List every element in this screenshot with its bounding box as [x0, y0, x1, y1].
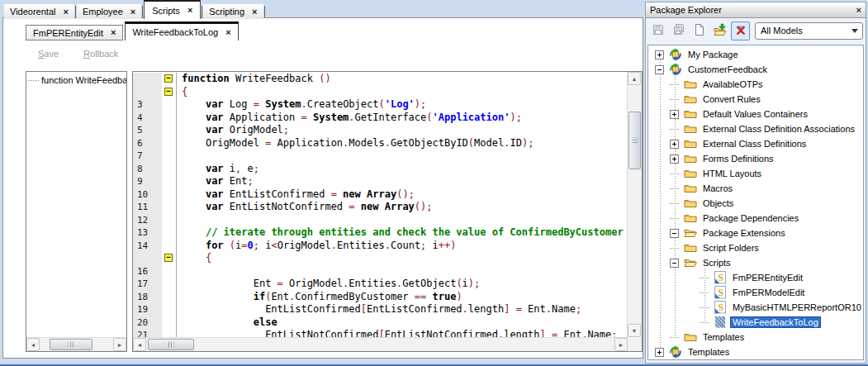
close-tab-icon[interactable]: × [111, 29, 116, 36]
editor-horizontal-scrollbar[interactable]: ◄ ► [133, 337, 628, 351]
outline-item-function[interactable]: function WriteFeedback [26, 72, 126, 85]
code-line[interactable]: 3 var Log = System.CreateObject('Log'); [133, 98, 628, 112]
scrollbar-thumb[interactable] [628, 112, 641, 169]
fold-minus-icon[interactable]: − [164, 254, 173, 262]
code-line[interactable]: 20 else [133, 316, 628, 330]
new-document-button[interactable] [690, 21, 709, 40]
tree-item-forms-definitions[interactable]: Forms Definitions [648, 151, 863, 166]
tab-label: Employee [83, 7, 123, 17]
scroll-right-icon[interactable]: ► [614, 338, 628, 351]
tree-item-script-folders[interactable]: Script Folders [648, 240, 863, 255]
code-line[interactable]: 5 var OrigModel; [133, 124, 628, 137]
expander-plus-icon[interactable] [670, 154, 679, 164]
tree-item-templates[interactable]: Templates [648, 345, 863, 359]
scrollbar-thumb[interactable] [148, 339, 194, 350]
expander-minus-icon[interactable] [670, 259, 679, 268]
filter-disabled-button[interactable] [731, 21, 750, 40]
tree-connector [700, 322, 709, 323]
scroll-left-icon[interactable]: ◄ [26, 338, 40, 351]
tree-item-convert-rules[interactable]: Convert Rules [648, 92, 863, 107]
document-tab-scripting[interactable]: Scripting× [203, 4, 263, 19]
package-explorer-titlebar[interactable]: Package Explorer × [646, 2, 866, 18]
editor-tab-writefeedbacktolog[interactable]: WriteFeedbackToLog× [125, 21, 238, 40]
scroll-up-icon[interactable]: ▲ [628, 72, 641, 85]
expander-plus-icon[interactable] [670, 110, 679, 119]
code-line[interactable]: 7 [133, 150, 628, 163]
code-line[interactable]: 13 // iterate through entities and check… [133, 226, 628, 240]
tree-item-html-layouts[interactable]: HTML Layouts [648, 166, 863, 181]
tree-item-scripts[interactable]: Scripts [648, 255, 863, 270]
code-line[interactable]: 8 var i, e; [133, 163, 628, 176]
code-line[interactable]: − { [133, 252, 628, 265]
tab-label: Scripts [152, 6, 180, 16]
tree-item-default-values-containers[interactable]: Default Values Containers [648, 107, 863, 121]
close-tab-icon[interactable]: × [63, 8, 68, 16]
fold-column [162, 188, 177, 202]
editor-toolbar: Save Rollback [38, 49, 118, 59]
tree-item-availableotps[interactable]: AvailableOTPs [648, 77, 863, 92]
code-line[interactable]: 16 [133, 265, 628, 278]
expander-plus-icon[interactable] [655, 348, 664, 357]
tree-item-templates[interactable]: Templates [648, 330, 863, 345]
tree-item-mybasichtmlperreportor10[interactable]: SMyBasicHTMLPERReportOR10 [648, 300, 863, 315]
close-tab-icon[interactable]: × [187, 7, 192, 14]
expander-plus-icon[interactable] [670, 140, 679, 149]
tree-item-writefeedbacktolog[interactable]: WriteFeedbackToLog [648, 315, 863, 330]
tree-item-my-package[interactable]: My Package [648, 47, 863, 62]
expander-minus-icon[interactable] [655, 65, 664, 74]
editor-vertical-scrollbar[interactable]: ▲ ▼ [627, 72, 642, 337]
document-tab-scripts[interactable]: Scripts× [144, 0, 201, 19]
model-filter-value: All Models [756, 26, 847, 36]
save-button[interactable]: Save [38, 49, 59, 59]
tree-item-external-class-definition-associations[interactable]: External Class Definition Associations [648, 121, 863, 136]
expander-plus-icon[interactable] [655, 50, 664, 59]
code-line[interactable]: 18 if(Ent.ConfirmedByCustomer == true) [133, 291, 628, 304]
code-editor[interactable]: −function WriteFeedback ()−{3 var Log = … [132, 71, 643, 352]
code-line[interactable]: −function WriteFeedback () [133, 73, 628, 86]
open-package-button[interactable] [710, 21, 729, 40]
code-line[interactable]: 11 var EntListNotConfirmed = new Array()… [133, 201, 628, 214]
code-line[interactable]: 19 EntListConfirmed[EntListConfirmed.len… [133, 303, 628, 316]
code-line[interactable]: 21 EntListNotConfirmed[EntListNotConfirm… [133, 329, 628, 337]
folder-icon [684, 122, 697, 135]
fold-column [162, 124, 177, 137]
close-tab-icon[interactable]: × [130, 8, 135, 16]
tree-item-package-extensions[interactable]: Package Extensions [648, 226, 863, 240]
outline-horizontal-scrollbar[interactable]: ◄ ► [26, 337, 126, 351]
code-line[interactable]: 9 var Ent; [133, 175, 628, 188]
code-line[interactable]: 14 for (i=0; i<OrigModel.Entities.Count;… [133, 240, 628, 253]
fold-minus-icon[interactable]: − [164, 88, 173, 96]
document-tab-employee[interactable]: Employee× [77, 4, 141, 19]
code-line[interactable]: −{ [133, 86, 628, 99]
tree-item-objects[interactable]: Objects [648, 196, 863, 211]
scroll-right-icon[interactable]: ► [113, 338, 126, 351]
rollback-button[interactable]: Rollback [83, 49, 118, 59]
tree-item-macros[interactable]: Macros [648, 181, 863, 196]
close-panel-icon[interactable]: × [856, 5, 861, 15]
expander-minus-icon[interactable] [670, 229, 679, 238]
fold-minus-icon[interactable]: − [164, 74, 173, 83]
code-line[interactable]: 12 [133, 214, 628, 227]
scroll-down-icon[interactable]: ▼ [628, 324, 641, 337]
code-line[interactable]: 10 var EntListConfirmed = new Array(); [133, 188, 628, 202]
scrollbar-thumb[interactable] [50, 339, 92, 350]
chevron-down-icon[interactable] [847, 26, 862, 36]
document-tab-videorental[interactable]: Videorental× [4, 4, 74, 19]
tab-label: Videorental [10, 7, 55, 17]
tree-item-label: External Class Definitions [700, 138, 809, 150]
close-tab-icon[interactable]: × [225, 29, 230, 36]
code-line[interactable]: 4 var Application = System.GetInterface(… [133, 112, 628, 125]
tree-item-package-dependencies[interactable]: Package Dependencies [648, 211, 863, 226]
tree-item-fmpermodeledit[interactable]: SFmPERModelEdit [648, 285, 863, 300]
code-line[interactable]: 17 Ent = OrigModel.Entities.GetObject(i)… [133, 278, 628, 291]
editor-tab-fmperentityedit[interactable]: FmPEREntityEdit× [26, 25, 123, 40]
close-tab-icon[interactable]: × [252, 8, 257, 16]
code-line[interactable]: 6 OrigModel = Application.Models.GetObje… [133, 137, 628, 150]
code-area[interactable]: −function WriteFeedback ()−{3 var Log = … [133, 73, 628, 337]
model-filter-dropdown[interactable]: All Models [755, 22, 863, 40]
tree-item-customerfeedback[interactable]: CustomerFeedback [648, 62, 863, 77]
tree-item-fmperentityedit[interactable]: SFmPEREntityEdit [648, 270, 863, 285]
scrollbar-corner [628, 337, 642, 351]
scroll-left-icon[interactable]: ◄ [133, 338, 146, 351]
tree-item-external-class-definitions[interactable]: External Class Definitions [648, 136, 863, 151]
